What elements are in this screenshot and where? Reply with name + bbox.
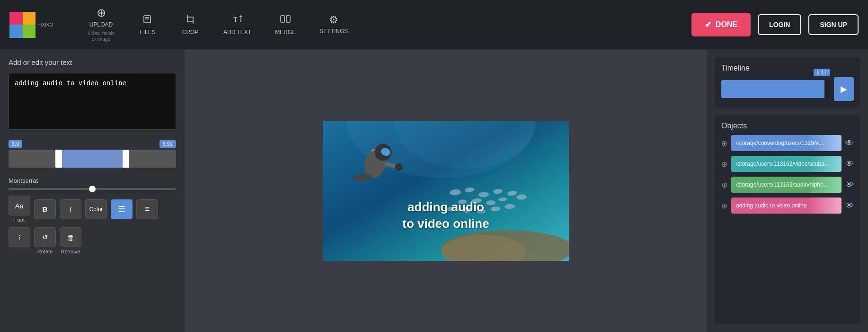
rotate-icon: ↺	[42, 233, 48, 242]
object-path-3: /storage/users/113162/audio/hipho...	[736, 181, 828, 188]
timeline-title: Timeline	[721, 64, 854, 72]
object-bar-1[interactable]: /storage/converting/users/1329/vi...	[731, 135, 841, 151]
addtext-label: ADD TEXT	[223, 29, 251, 36]
font-controls: Montserrat Aa Font B I	[9, 177, 176, 254]
nav-upload[interactable]: ⊕ UPLOAD Video, musicor image	[76, 1, 126, 48]
object-path-1: /storage/converting/users/1329/vi...	[736, 140, 824, 146]
logo[interactable]: PIXIKO	[9, 12, 66, 38]
right-panel: Timeline 5.17 ▶ Objects ⊕ /storage/conve…	[707, 50, 868, 332]
text-editor[interactable]: adding audio to video online	[9, 73, 176, 130]
nav-files[interactable]: FILES	[126, 8, 169, 41]
remove-button[interactable]: 🗑	[60, 227, 81, 247]
align-right-icon: ≡	[145, 204, 150, 214]
overlay-line1: adding audio	[407, 200, 484, 214]
bold-button[interactable]: B	[34, 199, 56, 219]
drag-handle-2[interactable]: ⊕	[721, 160, 727, 169]
login-button[interactable]: LOGIN	[758, 14, 801, 35]
list-item: ⊕ /storage/converting/users/1329/vi... 👁	[721, 135, 854, 151]
check-icon: ✔	[705, 19, 712, 30]
timeline-play-button[interactable]: ▶	[834, 77, 854, 101]
signup-label: SIGN UP	[820, 21, 847, 28]
timeline-main-track: 5.17 ▶	[721, 77, 854, 101]
timeline-handle-left[interactable]	[55, 150, 62, 168]
timeline-range-container: 3.9 5.91	[9, 140, 176, 168]
nav-merge[interactable]: MERGE	[263, 8, 308, 41]
font-button[interactable]: Aa	[9, 196, 30, 215]
range-start-badge: 3.9	[9, 140, 22, 148]
timeline-handle-right[interactable]	[123, 150, 129, 168]
list-item: ⊕ adding audio to video online 👁	[721, 197, 854, 214]
drag-handle-3[interactable]: ⊕	[721, 180, 727, 189]
addtext-icon: T	[232, 14, 243, 26]
rotate-button[interactable]: ↺	[34, 227, 56, 247]
lines-button[interactable]: ⁝	[9, 227, 30, 247]
settings-label: SETTINGS	[319, 28, 348, 35]
timeline-track[interactable]	[9, 150, 176, 168]
drag-handle-4[interactable]: ⊕	[721, 201, 727, 210]
timeline-section: Timeline 5.17 ▶	[715, 57, 860, 108]
timeline-badge: 5.17	[814, 69, 830, 76]
bold-icon: B	[43, 205, 48, 213]
color-button[interactable]: Color	[85, 199, 107, 219]
align-right-button[interactable]: ≡	[136, 199, 158, 219]
svg-text:T: T	[233, 16, 238, 23]
objects-section: Objects ⊕ /storage/converting/users/1329…	[715, 115, 860, 324]
nav-addtext[interactable]: T ADD TEXT	[212, 8, 263, 41]
upload-sublabel: Video, musicor image	[88, 31, 115, 42]
font-size-slider[interactable]	[9, 188, 176, 190]
done-label: DONE	[716, 20, 737, 29]
upload-icon: ⊕	[97, 7, 106, 18]
upload-label: UPLOAD	[89, 21, 113, 28]
video-image: adding audio to video online	[323, 121, 569, 261]
nav-crop[interactable]: CROP	[169, 8, 212, 41]
timeline-dark-end	[824, 80, 830, 98]
object-bar-3[interactable]: /storage/users/113162/audio/hipho...	[731, 177, 841, 193]
italic-btn-col: I	[60, 199, 81, 219]
rotate-label: Rotate	[37, 249, 53, 254]
timeline-track-bg[interactable]	[721, 80, 830, 98]
eye-icon-3[interactable]: 👁	[845, 180, 854, 190]
crop-icon	[185, 14, 195, 26]
extra-controls-row: ⁝ ↺ Rotate 🗑 Remove	[9, 227, 176, 254]
rotate-btn-col: ↺ Rotate	[34, 227, 56, 254]
bold-btn-col: B	[34, 199, 56, 219]
logo-icon	[9, 12, 35, 38]
object-bar-2[interactable]: /storage/users/113162/video/scuba-...	[731, 156, 841, 172]
font-label: Font	[14, 217, 25, 223]
italic-icon: I	[70, 205, 71, 213]
play-icon: ▶	[841, 84, 847, 94]
object-bar-4[interactable]: adding audio to video online	[731, 197, 841, 214]
color-icon: Color	[89, 206, 103, 213]
eye-icon-1[interactable]: 👁	[845, 138, 854, 148]
italic-button[interactable]: I	[60, 199, 81, 219]
nav-settings[interactable]: ⚙ SETTINGS	[308, 9, 360, 40]
nav-right: ✔ DONE LOGIN SIGN UP	[691, 13, 859, 36]
eye-icon-2[interactable]: 👁	[845, 159, 854, 169]
crop-label: CROP	[182, 29, 199, 36]
align-left-icon: ☰	[118, 204, 125, 215]
settings-icon: ⚙	[329, 15, 338, 25]
merge-label: MERGE	[275, 29, 296, 36]
objects-title: Objects	[721, 122, 854, 130]
merge-icon	[280, 14, 291, 26]
remove-btn-col: 🗑 Remove	[60, 227, 81, 254]
nav-items: ⊕ UPLOAD Video, musicor image FILES CROP…	[76, 1, 691, 48]
lines-btn-col: ⁝	[9, 227, 30, 247]
align-left-button[interactable]: ☰	[111, 199, 133, 219]
svg-rect-6	[281, 16, 284, 22]
object-path-4: adding audio to video online	[736, 202, 806, 209]
left-panel: Add or edit your text adding audio to vi…	[0, 50, 185, 332]
list-item: ⊕ /storage/users/113162/audio/hipho... 👁	[721, 177, 854, 193]
range-labels: 3.9 5.91	[9, 140, 176, 148]
font-btn-col: Aa Font	[9, 196, 30, 223]
font-icon: Aa	[15, 202, 24, 210]
eye-icon-4[interactable]: 👁	[845, 201, 854, 211]
remove-icon: 🗑	[67, 233, 74, 242]
login-label: LOGIN	[769, 21, 790, 28]
range-end-badge: 5.91	[159, 140, 176, 148]
center-area: adding audio to video online	[185, 50, 707, 332]
signup-button[interactable]: SIGN UP	[808, 14, 859, 35]
video-text-overlay: adding audio to video online	[323, 199, 569, 232]
done-button[interactable]: ✔ DONE	[691, 13, 751, 36]
drag-handle-1[interactable]: ⊕	[721, 139, 727, 148]
